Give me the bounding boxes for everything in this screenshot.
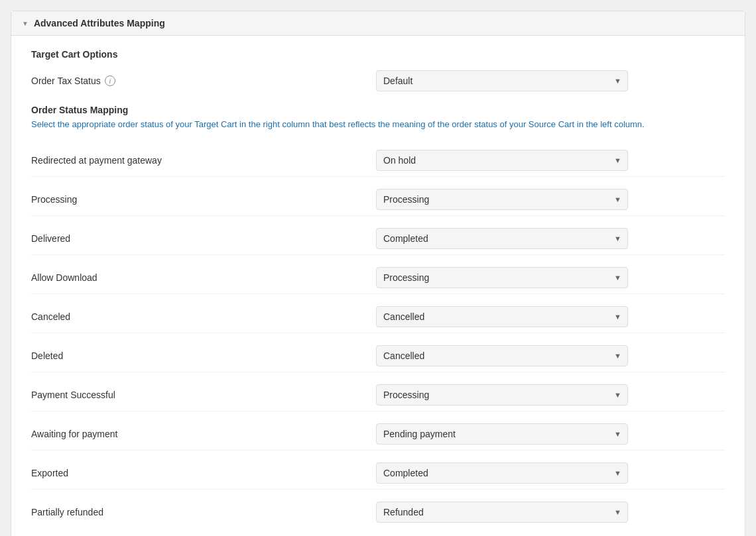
mapping-row: DeletedPending paymentProcessingOn holdC…	[31, 340, 725, 372]
mapping-select-5[interactable]: Pending paymentProcessingOn holdComplete…	[376, 345, 628, 366]
mapping-row: Payment SuccessfulPending paymentProcess…	[31, 379, 725, 411]
mapping-select-8[interactable]: Pending paymentProcessingOn holdComplete…	[376, 462, 628, 484]
mapping-select-7[interactable]: Pending paymentProcessingOn holdComplete…	[376, 423, 628, 445]
mapping-row: ProcessingPending paymentProcessingOn ho…	[31, 184, 725, 216]
mapping-row: CanceledPending paymentProcessingOn hold…	[31, 301, 725, 333]
select-wrapper: Pending paymentProcessingOn holdComplete…	[376, 423, 628, 445]
select-wrapper: Pending paymentProcessingOn holdComplete…	[376, 228, 628, 249]
mapping-rows-container: Redirected at payment gatewayPending pay…	[31, 144, 725, 528]
panel-header[interactable]: ▼ Advanced Attributes Mapping	[11, 11, 745, 36]
mapping-select-0[interactable]: Pending paymentProcessingOn holdComplete…	[376, 150, 628, 171]
mapping-label: Partially refunded	[31, 507, 376, 517]
mapping-label: Canceled	[31, 311, 376, 322]
mapping-control: Pending paymentProcessingOn holdComplete…	[376, 384, 628, 405]
select-wrapper: Pending paymentProcessingOn holdComplete…	[376, 189, 628, 210]
mapping-label: Processing	[31, 194, 376, 205]
order-tax-status-label: Order Tax Status i	[31, 76, 376, 86]
mapping-row: Allow DownloadPending paymentProcessingO…	[31, 262, 725, 294]
order-tax-status-control: Default Taxable None ▼	[376, 70, 628, 91]
mapping-label: Payment Successful	[31, 390, 376, 400]
mapping-select-2[interactable]: Pending paymentProcessingOn holdComplete…	[376, 228, 628, 249]
mapping-control: Pending paymentProcessingOn holdComplete…	[376, 462, 628, 484]
mapping-label: Deleted	[31, 350, 376, 361]
mapping-control: Pending paymentProcessingOn holdComplete…	[376, 150, 628, 171]
mapping-row: ExportedPending paymentProcessingOn hold…	[31, 457, 725, 490]
mapping-row: Awaiting for paymentPending paymentProce…	[31, 418, 725, 451]
mapping-row: DeliveredPending paymentProcessingOn hol…	[31, 223, 725, 255]
mapping-control: Pending paymentProcessingOn holdComplete…	[376, 228, 628, 249]
mapping-select-6[interactable]: Pending paymentProcessingOn holdComplete…	[376, 384, 628, 405]
mapping-control: Pending paymentProcessingOn holdComplete…	[376, 267, 628, 288]
target-cart-options-title: Target Cart Options	[31, 49, 725, 60]
mapping-select-1[interactable]: Pending paymentProcessingOn holdComplete…	[376, 189, 628, 210]
mapping-control: Pending paymentProcessingOn holdComplete…	[376, 423, 628, 445]
panel: ▼ Advanced Attributes Mapping Target Car…	[11, 11, 745, 536]
order-tax-status-text: Order Tax Status	[31, 76, 101, 86]
select-wrapper: Pending paymentProcessingOn holdComplete…	[376, 502, 628, 523]
mapping-label: Redirected at payment gateway	[31, 155, 376, 166]
info-icon[interactable]: i	[105, 76, 115, 86]
order-tax-status-select[interactable]: Default Taxable None	[376, 70, 628, 91]
collapse-icon: ▼	[22, 20, 29, 27]
mapping-select-4[interactable]: Pending paymentProcessingOn holdComplete…	[376, 306, 628, 327]
order-tax-status-select-wrapper: Default Taxable None ▼	[376, 70, 628, 91]
mapping-control: Pending paymentProcessingOn holdComplete…	[376, 189, 628, 210]
select-wrapper: Pending paymentProcessingOn holdComplete…	[376, 462, 628, 484]
panel-body: Target Cart Options Order Tax Status i D…	[11, 36, 745, 536]
select-wrapper: Pending paymentProcessingOn holdComplete…	[376, 345, 628, 366]
mapping-label: Awaiting for payment	[31, 429, 376, 439]
order-tax-status-row: Order Tax Status i Default Taxable None …	[31, 70, 725, 91]
order-status-mapping-section: Order Status Mapping Select the appropri…	[31, 105, 725, 528]
mapping-label: Allow Download	[31, 272, 376, 283]
mapping-row: Redirected at payment gatewayPending pay…	[31, 144, 725, 177]
mapping-control: Pending paymentProcessingOn holdComplete…	[376, 502, 628, 523]
mapping-select-9[interactable]: Pending paymentProcessingOn holdComplete…	[376, 502, 628, 523]
page-wrapper: ▼ Advanced Attributes Mapping Target Car…	[0, 0, 756, 536]
select-wrapper: Pending paymentProcessingOn holdComplete…	[376, 267, 628, 288]
mapping-row: Partially refundedPending paymentProcess…	[31, 496, 725, 528]
select-wrapper: Pending paymentProcessingOn holdComplete…	[376, 306, 628, 327]
order-status-mapping-title: Order Status Mapping	[31, 105, 725, 115]
mapping-label: Delivered	[31, 233, 376, 244]
select-wrapper: Pending paymentProcessingOn holdComplete…	[376, 384, 628, 405]
select-wrapper: Pending paymentProcessingOn holdComplete…	[376, 150, 628, 171]
mapping-control: Pending paymentProcessingOn holdComplete…	[376, 345, 628, 366]
mapping-control: Pending paymentProcessingOn holdComplete…	[376, 306, 628, 327]
panel-header-title: Advanced Attributes Mapping	[34, 18, 165, 28]
mapping-select-3[interactable]: Pending paymentProcessingOn holdComplete…	[376, 267, 628, 288]
order-status-description: Select the appropriate order status of y…	[31, 118, 725, 131]
mapping-label: Exported	[31, 468, 376, 478]
